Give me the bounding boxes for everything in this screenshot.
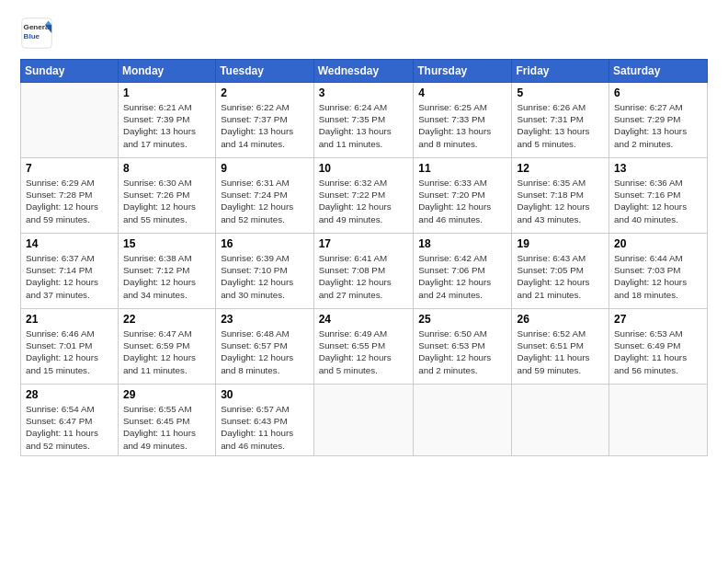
calendar-cell: 10Sunrise: 6:32 AM Sunset: 7:22 PM Dayli…: [313, 158, 414, 234]
day-number: 7: [26, 162, 113, 175]
day-number: 3: [319, 86, 409, 99]
week-row-3: 14Sunrise: 6:37 AM Sunset: 7:14 PM Dayli…: [21, 234, 708, 309]
day-info: Sunrise: 6:37 AM Sunset: 7:14 PM Dayligh…: [26, 252, 113, 301]
day-number: 5: [517, 86, 604, 99]
calendar-cell: 8Sunrise: 6:30 AM Sunset: 7:26 PM Daylig…: [118, 158, 215, 234]
calendar-cell: 21Sunrise: 6:46 AM Sunset: 7:01 PM Dayli…: [21, 309, 119, 385]
day-info: Sunrise: 6:55 AM Sunset: 6:45 PM Dayligh…: [123, 403, 210, 452]
day-info: Sunrise: 6:24 AM Sunset: 7:35 PM Dayligh…: [319, 101, 409, 150]
day-info: Sunrise: 6:32 AM Sunset: 7:22 PM Dayligh…: [319, 177, 409, 225]
day-number: 25: [418, 313, 506, 326]
day-info: Sunrise: 6:54 AM Sunset: 6:47 PM Dayligh…: [26, 403, 113, 452]
calendar-cell: [313, 385, 414, 456]
day-info: Sunrise: 6:27 AM Sunset: 7:29 PM Dayligh…: [614, 101, 702, 150]
day-info: Sunrise: 6:41 AM Sunset: 7:08 PM Dayligh…: [319, 252, 409, 301]
day-info: Sunrise: 6:25 AM Sunset: 7:33 PM Dayligh…: [418, 101, 506, 150]
day-number: 15: [123, 237, 210, 250]
day-number: 14: [26, 237, 113, 250]
day-info: Sunrise: 6:52 AM Sunset: 6:51 PM Dayligh…: [517, 327, 604, 376]
day-number: 12: [517, 162, 604, 175]
day-number: 16: [221, 237, 308, 250]
weekday-header-wednesday: Wednesday: [313, 60, 414, 83]
calendar-cell: 28Sunrise: 6:54 AM Sunset: 6:47 PM Dayli…: [21, 385, 119, 456]
weekday-header-sunday: Sunday: [21, 60, 119, 83]
day-info: Sunrise: 6:26 AM Sunset: 7:31 PM Dayligh…: [517, 101, 604, 150]
day-info: Sunrise: 6:53 AM Sunset: 6:49 PM Dayligh…: [614, 327, 702, 376]
calendar-cell: 15Sunrise: 6:38 AM Sunset: 7:12 PM Dayli…: [118, 234, 215, 309]
week-row-1: 1Sunrise: 6:21 AM Sunset: 7:39 PM Daylig…: [21, 83, 708, 158]
calendar-cell: 24Sunrise: 6:49 AM Sunset: 6:55 PM Dayli…: [313, 309, 414, 385]
weekday-header-row: SundayMondayTuesdayWednesdayThursdayFrid…: [21, 60, 708, 83]
day-info: Sunrise: 6:36 AM Sunset: 7:16 PM Dayligh…: [614, 177, 702, 225]
calendar-cell: 3Sunrise: 6:24 AM Sunset: 7:35 PM Daylig…: [313, 83, 414, 158]
calendar-cell: 22Sunrise: 6:47 AM Sunset: 6:59 PM Dayli…: [118, 309, 215, 385]
day-info: Sunrise: 6:48 AM Sunset: 6:57 PM Dayligh…: [221, 327, 308, 376]
day-info: Sunrise: 6:42 AM Sunset: 7:06 PM Dayligh…: [418, 252, 506, 301]
weekday-header-saturday: Saturday: [609, 60, 708, 83]
day-info: Sunrise: 6:47 AM Sunset: 6:59 PM Dayligh…: [123, 327, 210, 376]
weekday-header-friday: Friday: [512, 60, 609, 83]
day-info: Sunrise: 6:43 AM Sunset: 7:05 PM Dayligh…: [517, 252, 604, 301]
weekday-header-thursday: Thursday: [414, 60, 512, 83]
calendar-cell: [512, 385, 609, 456]
calendar-cell: 23Sunrise: 6:48 AM Sunset: 6:57 PM Dayli…: [216, 309, 313, 385]
day-info: Sunrise: 6:57 AM Sunset: 6:43 PM Dayligh…: [221, 403, 308, 452]
calendar-cell: 29Sunrise: 6:55 AM Sunset: 6:45 PM Dayli…: [118, 385, 215, 456]
calendar-cell: 6Sunrise: 6:27 AM Sunset: 7:29 PM Daylig…: [609, 83, 708, 158]
calendar-cell: 12Sunrise: 6:35 AM Sunset: 7:18 PM Dayli…: [512, 158, 609, 234]
calendar-cell: 9Sunrise: 6:31 AM Sunset: 7:24 PM Daylig…: [216, 158, 313, 234]
calendar-cell: 20Sunrise: 6:44 AM Sunset: 7:03 PM Dayli…: [609, 234, 708, 309]
day-number: 30: [221, 388, 308, 401]
day-info: Sunrise: 6:30 AM Sunset: 7:26 PM Dayligh…: [123, 177, 210, 225]
calendar-cell: 25Sunrise: 6:50 AM Sunset: 6:53 PM Dayli…: [414, 309, 512, 385]
day-number: 9: [221, 162, 308, 175]
day-number: 26: [517, 313, 604, 326]
day-number: 6: [614, 86, 702, 99]
weekday-header-tuesday: Tuesday: [216, 60, 313, 83]
calendar-cell: 13Sunrise: 6:36 AM Sunset: 7:16 PM Dayli…: [609, 158, 708, 234]
day-number: 21: [26, 313, 113, 326]
day-number: 13: [614, 162, 702, 175]
day-number: 20: [614, 237, 702, 250]
day-number: 23: [221, 313, 308, 326]
day-info: Sunrise: 6:39 AM Sunset: 7:10 PM Dayligh…: [221, 252, 308, 301]
day-number: 18: [418, 237, 506, 250]
calendar-cell: 2Sunrise: 6:22 AM Sunset: 7:37 PM Daylig…: [216, 83, 313, 158]
calendar-page: General Blue SundayMondayTuesdayWednesda…: [0, 0, 728, 563]
day-info: Sunrise: 6:22 AM Sunset: 7:37 PM Dayligh…: [221, 101, 308, 150]
day-number: 22: [123, 313, 210, 326]
calendar-cell: 1Sunrise: 6:21 AM Sunset: 7:39 PM Daylig…: [118, 83, 215, 158]
day-number: 28: [26, 388, 113, 401]
day-info: Sunrise: 6:31 AM Sunset: 7:24 PM Dayligh…: [221, 177, 308, 225]
week-row-2: 7Sunrise: 6:29 AM Sunset: 7:28 PM Daylig…: [21, 158, 708, 234]
week-row-4: 21Sunrise: 6:46 AM Sunset: 7:01 PM Dayli…: [21, 309, 708, 385]
calendar-cell: 14Sunrise: 6:37 AM Sunset: 7:14 PM Dayli…: [21, 234, 119, 309]
logo: General Blue: [20, 17, 53, 50]
calendar-cell: 5Sunrise: 6:26 AM Sunset: 7:31 PM Daylig…: [512, 83, 609, 158]
day-number: 2: [221, 86, 308, 99]
calendar-cell: 7Sunrise: 6:29 AM Sunset: 7:28 PM Daylig…: [21, 158, 119, 234]
page-header: General Blue: [20, 17, 708, 50]
day-info: Sunrise: 6:49 AM Sunset: 6:55 PM Dayligh…: [319, 327, 409, 376]
day-info: Sunrise: 6:35 AM Sunset: 7:18 PM Dayligh…: [517, 177, 604, 225]
calendar-cell: 4Sunrise: 6:25 AM Sunset: 7:33 PM Daylig…: [414, 83, 512, 158]
day-info: Sunrise: 6:44 AM Sunset: 7:03 PM Dayligh…: [614, 252, 702, 301]
day-info: Sunrise: 6:38 AM Sunset: 7:12 PM Dayligh…: [123, 252, 210, 301]
day-number: 24: [319, 313, 409, 326]
day-number: 11: [418, 162, 506, 175]
calendar-cell: 27Sunrise: 6:53 AM Sunset: 6:49 PM Dayli…: [609, 309, 708, 385]
calendar-cell: 30Sunrise: 6:57 AM Sunset: 6:43 PM Dayli…: [216, 385, 313, 456]
day-info: Sunrise: 6:50 AM Sunset: 6:53 PM Dayligh…: [418, 327, 506, 376]
day-number: 4: [418, 86, 506, 99]
day-info: Sunrise: 6:46 AM Sunset: 7:01 PM Dayligh…: [26, 327, 113, 376]
calendar-cell: 17Sunrise: 6:41 AM Sunset: 7:08 PM Dayli…: [313, 234, 414, 309]
weekday-header-monday: Monday: [118, 60, 215, 83]
logo-icon: General Blue: [20, 17, 53, 50]
calendar-cell: 16Sunrise: 6:39 AM Sunset: 7:10 PM Dayli…: [216, 234, 313, 309]
day-number: 8: [123, 162, 210, 175]
day-number: 19: [517, 237, 604, 250]
calendar-cell: 26Sunrise: 6:52 AM Sunset: 6:51 PM Dayli…: [512, 309, 609, 385]
calendar-cell: [414, 385, 512, 456]
day-info: Sunrise: 6:29 AM Sunset: 7:28 PM Dayligh…: [26, 177, 113, 225]
day-number: 29: [123, 388, 210, 401]
